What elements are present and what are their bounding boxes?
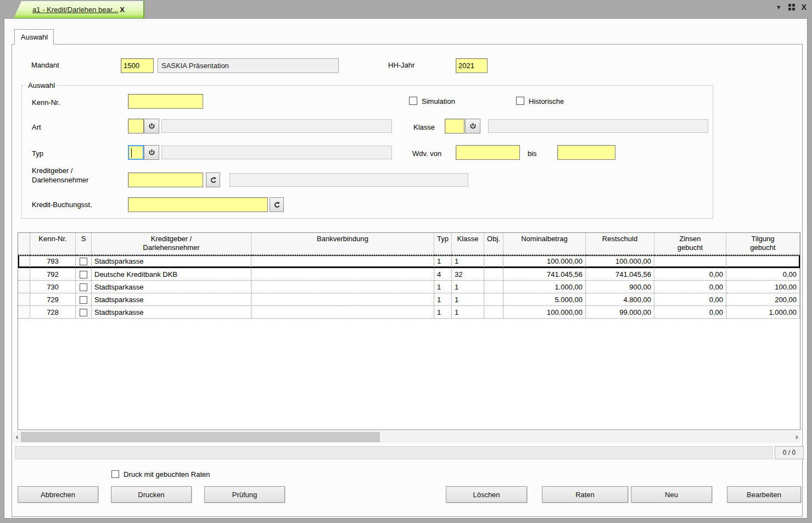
- wdv-bis-input[interactable]: [557, 145, 615, 160]
- tab-close-icon[interactable]: X: [120, 5, 125, 14]
- cell-kreditgeber[interactable]: Stadtsparkasse: [92, 281, 251, 293]
- column-header-s[interactable]: S: [76, 233, 92, 255]
- cell-bankverbindung[interactable]: [251, 281, 434, 293]
- cell-restschuld[interactable]: 100.000,00: [586, 255, 654, 268]
- cell-kenn-nr[interactable]: 729: [30, 293, 76, 306]
- column-header-tilgung-gebucht[interactable]: Tilgung gebucht: [726, 233, 800, 255]
- cell-typ[interactable]: 1: [434, 293, 452, 306]
- cell-bankverbindung[interactable]: [251, 306, 434, 319]
- row-header-cell[interactable]: [18, 306, 30, 319]
- cell-kreditgeber[interactable]: Stadtsparkasse: [92, 255, 251, 268]
- row-select-checkbox[interactable]: [80, 258, 87, 265]
- tab-auswahl[interactable]: Auswahl: [14, 29, 54, 44]
- document-tab[interactable]: a1 - Kredit/Darlehen bear... X: [14, 1, 144, 18]
- art-lookup-button[interactable]: [144, 119, 159, 133]
- cell-restschuld[interactable]: 900,00: [586, 281, 654, 293]
- cell-nominalbetrag[interactable]: 5.000,00: [503, 293, 586, 306]
- hh-jahr-input[interactable]: [456, 58, 488, 73]
- row-header-cell[interactable]: [18, 293, 30, 306]
- klasse-code-input[interactable]: [445, 119, 464, 133]
- cell-klasse[interactable]: 1: [452, 293, 484, 306]
- typ-lookup-button[interactable]: [144, 145, 159, 160]
- cell-s[interactable]: [76, 281, 92, 293]
- row-select-checkbox[interactable]: [80, 283, 87, 291]
- cell-kreditgeber[interactable]: Stadtsparkasse: [92, 293, 251, 306]
- cell-tilgung-gebucht[interactable]: 1.000,00: [726, 306, 800, 319]
- pruefung-button[interactable]: Prüfung: [204, 486, 285, 503]
- grid-layout-icon[interactable]: [788, 4, 795, 10]
- column-header-kenn-nr[interactable]: Kenn-Nr.: [30, 233, 76, 255]
- cell-zinsen-gebucht[interactable]: 0,00: [654, 268, 726, 281]
- cell-tilgung-gebucht[interactable]: 200,00: [726, 293, 800, 306]
- cell-zinsen-gebucht[interactable]: 0,00: [654, 293, 726, 306]
- column-header-kreditgeber[interactable]: Kreditgeber / Darlehensnehmer: [92, 233, 251, 255]
- cell-nominalbetrag[interactable]: 100.000,00: [503, 255, 586, 268]
- cell-klasse[interactable]: 32: [452, 268, 484, 281]
- drucken-button[interactable]: Drucken: [111, 486, 192, 503]
- column-header-nominalbetrag[interactable]: Nominalbetrag: [503, 233, 586, 255]
- cell-s[interactable]: [76, 306, 92, 319]
- row-select-checkbox[interactable]: [80, 296, 87, 304]
- scroll-right-icon[interactable]: ›: [793, 431, 800, 443]
- cell-s[interactable]: [76, 255, 92, 268]
- table-row[interactable]: 728Stadtsparkasse11100.000,0099.000,000,…: [18, 306, 800, 319]
- historische-checkbox[interactable]: [516, 97, 524, 105]
- cell-tilgung-gebucht[interactable]: [726, 255, 800, 268]
- wdv-von-input[interactable]: [456, 145, 520, 160]
- kenn-nr-input[interactable]: [128, 94, 203, 109]
- cell-zinsen-gebucht[interactable]: 0,00: [654, 281, 726, 293]
- cell-kenn-nr[interactable]: 792: [30, 268, 76, 281]
- table-row[interactable]: 792Deutsche Kreditbank DKB432741.045,567…: [18, 268, 800, 281]
- cell-klasse[interactable]: 1: [452, 306, 484, 319]
- cell-tilgung-gebucht[interactable]: 100,00: [726, 281, 800, 293]
- abbrechen-button[interactable]: Abbrechen: [18, 486, 98, 503]
- cell-obj[interactable]: [484, 306, 503, 319]
- column-header-bankverbindung[interactable]: Bankverbindung: [251, 233, 434, 255]
- kreditgeber-code-input[interactable]: [128, 173, 203, 187]
- cell-obj[interactable]: [484, 255, 503, 268]
- cell-typ[interactable]: 4: [434, 268, 452, 281]
- column-header-zinsen-gebucht[interactable]: Zinsen gebucht: [654, 233, 726, 255]
- row-select-checkbox[interactable]: [80, 271, 87, 279]
- table-row[interactable]: 729Stadtsparkasse115.000,004.800,000,002…: [18, 293, 800, 306]
- druck-raten-checkbox[interactable]: [111, 470, 119, 478]
- art-code-input[interactable]: [128, 119, 144, 133]
- cell-kenn-nr[interactable]: 728: [30, 306, 76, 319]
- kreditgeber-refresh-button[interactable]: [206, 173, 220, 187]
- cell-klasse[interactable]: 1: [452, 281, 484, 293]
- typ-code-input[interactable]: [128, 145, 144, 160]
- column-header-obj[interactable]: Obj.: [484, 233, 503, 255]
- cell-kreditgeber[interactable]: Stadtsparkasse: [92, 306, 251, 319]
- column-header-klasse[interactable]: Klasse: [452, 233, 484, 255]
- column-header-typ[interactable]: Typ: [434, 233, 452, 255]
- row-header-cell[interactable]: [18, 281, 30, 293]
- cell-kreditgeber[interactable]: Deutsche Kreditbank DKB: [92, 268, 251, 281]
- row-header-cell[interactable]: [18, 268, 30, 281]
- cell-bankverbindung[interactable]: [251, 268, 434, 281]
- scrollbar-track[interactable]: [21, 431, 793, 443]
- table-row[interactable]: 793Stadtsparkasse11100.000,00100.000,00: [18, 255, 800, 268]
- simulation-checkbox[interactable]: [409, 97, 417, 105]
- cell-nominalbetrag[interactable]: 741.045,56: [503, 268, 586, 281]
- cell-tilgung-gebucht[interactable]: 0,00: [726, 268, 800, 281]
- column-header-restschuld[interactable]: Restschuld: [586, 233, 654, 255]
- cell-restschuld[interactable]: 99.000,00: [586, 306, 654, 319]
- cell-obj[interactable]: [484, 281, 503, 293]
- kredit-buchungsst-input[interactable]: [128, 197, 268, 212]
- row-select-checkbox[interactable]: [80, 309, 87, 316]
- cell-typ[interactable]: 1: [434, 281, 452, 293]
- cell-kenn-nr[interactable]: 793: [30, 255, 76, 268]
- cell-typ[interactable]: 1: [434, 306, 452, 319]
- table-row[interactable]: 730Stadtsparkasse111.000,00900,000,00100…: [18, 281, 800, 293]
- cell-typ[interactable]: 1: [434, 255, 452, 268]
- cell-zinsen-gebucht[interactable]: 0,00: [654, 306, 726, 319]
- cell-s[interactable]: [76, 293, 92, 306]
- klasse-lookup-button[interactable]: [465, 119, 480, 133]
- scrollbar-thumb[interactable]: [21, 432, 380, 442]
- bearbeiten-button[interactable]: Bearbeiten: [727, 486, 801, 503]
- cell-kenn-nr[interactable]: 730: [30, 281, 76, 293]
- row-header-cell[interactable]: [18, 255, 30, 268]
- kredit-buchungsst-refresh-button[interactable]: [270, 197, 284, 212]
- cell-s[interactable]: [76, 268, 92, 281]
- cell-obj[interactable]: [484, 293, 503, 306]
